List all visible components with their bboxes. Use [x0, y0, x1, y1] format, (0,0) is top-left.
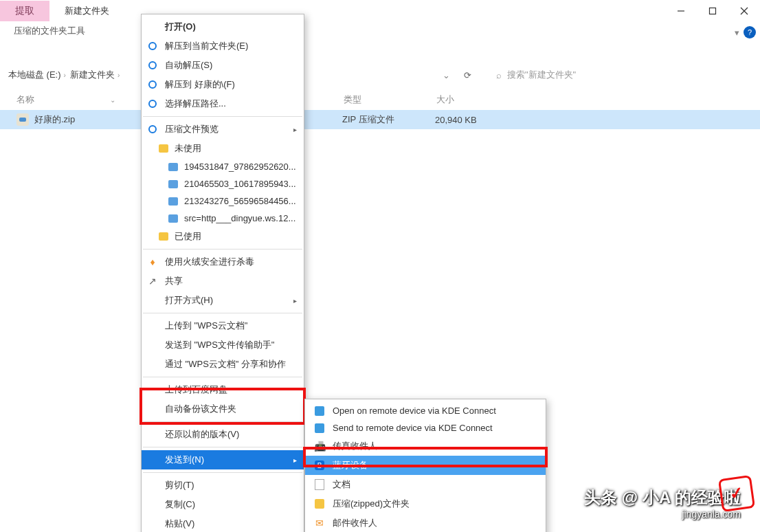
window-title: 新建文件夹: [49, 5, 109, 17]
column-type[interactable]: 类型: [344, 93, 436, 106]
folder-icon: [159, 144, 168, 153]
context-menu: 打开(O) 解压到当前文件夹(E) 自动解压(S) 解压到 好康的\(F) 选择…: [141, 14, 304, 532]
menu-select-path[interactable]: 选择解压路径...: [142, 94, 304, 113]
menu-unused-folder[interactable]: 未使用: [142, 139, 304, 158]
share-icon: ↗: [147, 276, 158, 287]
menu-wps-send[interactable]: 发送到 "WPS文件传输助手": [142, 335, 304, 355]
archive-icon: [148, 80, 157, 89]
bluetooth-icon: B: [315, 461, 324, 470]
menu-zip-preview[interactable]: 压缩文件预览▸: [142, 120, 304, 139]
menu-baidu-upload[interactable]: 上传到百度网盘: [142, 380, 304, 399]
refresh-icon[interactable]: ⟳: [464, 70, 471, 80]
menu-wps-share[interactable]: 通过 "WPS云文档" 分享和协作: [142, 355, 304, 374]
minimize-button[interactable]: [665, 0, 697, 22]
watermark-badge: ✓: [718, 475, 755, 512]
file-icon: [168, 163, 178, 171]
file-type: ZIP 压缩文件: [342, 113, 435, 126]
ribbon-label[interactable]: 压缩的文件夹工具: [8, 22, 91, 40]
menu-restore[interactable]: 还原以前的版本(V): [142, 425, 304, 444]
menu-cut[interactable]: 剪切(T): [142, 476, 304, 495]
close-button[interactable]: [728, 0, 760, 22]
menu-auto-extract[interactable]: 自动解压(S): [142, 56, 304, 75]
file-icon: [168, 180, 178, 188]
menu-open-with[interactable]: 打开方式(H)▸: [142, 291, 304, 310]
submenu-bluetooth[interactable]: B蓝牙设备: [305, 456, 546, 475]
svg-rect-1: [710, 8, 716, 14]
menu-file-item[interactable]: 213243276_56596584456...: [142, 192, 304, 210]
zip-folder-icon: [315, 499, 324, 509]
menu-file-item[interactable]: 210465503_10617895943...: [142, 175, 304, 192]
title-bar: 提取 新建文件夹: [0, 0, 760, 22]
column-size[interactable]: 大小: [436, 93, 519, 106]
file-icon: [168, 214, 178, 223]
document-icon: [315, 479, 324, 490]
watermark: 头条 @ 小A 的经验啦 jingyanla.com: [584, 487, 741, 520]
antivirus-icon: ♦: [147, 256, 158, 267]
column-headers: 名称⌄ 类型 大小: [0, 89, 760, 110]
submenu-zip[interactable]: 压缩(zipped)文件夹: [305, 494, 546, 513]
chevron-right-icon: ›: [64, 71, 66, 79]
search-icon: ⌕: [496, 70, 502, 80]
submenu-fax[interactable]: 📠传真收件人: [305, 436, 546, 456]
file-row[interactable]: 好康的.zip ZIP 压缩文件 20,940 KB: [0, 110, 760, 129]
menu-paste[interactable]: 粘贴(V): [142, 514, 304, 532]
menu-scan[interactable]: ♦使用火绒安全进行杀毒: [142, 252, 304, 271]
file-size: 20,940 KB: [435, 115, 517, 125]
chevron-right-icon: ▸: [293, 126, 297, 133]
ribbon: 压缩的文件夹工具: [0, 22, 760, 40]
menu-open[interactable]: 打开(O): [142, 17, 304, 36]
menu-file-item[interactable]: 194531847_97862952620...: [142, 158, 304, 175]
search-placeholder: 搜索"新建文件夹": [507, 69, 576, 81]
archive-icon: [148, 61, 157, 69]
dropdown-icon[interactable]: ⌄: [443, 70, 450, 80]
fax-icon: 📠: [313, 440, 326, 452]
archive-icon: [148, 125, 157, 133]
chevron-right-icon: ▸: [293, 297, 297, 304]
maximize-button[interactable]: [697, 0, 728, 22]
column-name[interactable]: 名称: [16, 94, 34, 104]
folder-icon: [159, 232, 168, 241]
archive-icon: [148, 42, 157, 50]
search-input[interactable]: ⌕ 搜索"新建文件夹": [491, 66, 752, 84]
submenu-documents[interactable]: 文档: [305, 475, 546, 494]
path-segment[interactable]: 新建文件夹: [70, 69, 115, 81]
submenu-kde-open[interactable]: Open on remote device via KDE Connect: [305, 402, 546, 419]
watermark-url: jingyanla.com: [584, 509, 741, 520]
submenu-kde-send[interactable]: Send to remote device via KDE Connect: [305, 419, 546, 436]
path-segment[interactable]: 本地磁盘 (E:): [8, 69, 61, 81]
address-bar[interactable]: 本地磁盘 (E:)› 新建文件夹› ⌄ ⟳ ⌕ 搜索"新建文件夹": [0, 60, 760, 89]
help-icon[interactable]: ?: [744, 26, 756, 38]
archive-icon: [148, 100, 157, 108]
chevron-right-icon: ▸: [293, 456, 297, 464]
menu-file-item[interactable]: src=http___dingyue.ws.12...: [142, 210, 304, 227]
menu-share[interactable]: ↗共享: [142, 271, 304, 291]
menu-send-to[interactable]: 发送到(N)▸: [142, 450, 304, 469]
sort-icon[interactable]: ⌄: [110, 96, 115, 104]
kde-icon: [315, 406, 324, 416]
send-to-submenu: Open on remote device via KDE Connect Se…: [304, 399, 546, 532]
extract-tab[interactable]: 提取: [0, 1, 49, 21]
file-icon: [168, 197, 178, 206]
submenu-mail[interactable]: ✉邮件收件人: [305, 513, 546, 532]
menu-baidu-backup[interactable]: 自动备份该文件夹: [142, 399, 304, 419]
menu-used-folder[interactable]: 已使用: [142, 227, 304, 246]
kde-icon: [315, 423, 324, 433]
menu-extract-to[interactable]: 解压到 好康的\(F): [142, 75, 304, 94]
chevron-right-icon: ›: [118, 71, 120, 79]
watermark-text: 头条 @ 小A 的经验啦: [584, 487, 741, 509]
menu-copy[interactable]: 复制(C): [142, 495, 304, 514]
mail-icon: ✉: [313, 517, 326, 529]
menu-extract-current[interactable]: 解压到当前文件夹(E): [142, 36, 304, 56]
ribbon-collapse-icon[interactable]: ▾: [735, 27, 739, 38]
menu-wps-upload[interactable]: 上传到 "WPS云文档": [142, 316, 304, 335]
zip-file-icon: [16, 113, 29, 126]
